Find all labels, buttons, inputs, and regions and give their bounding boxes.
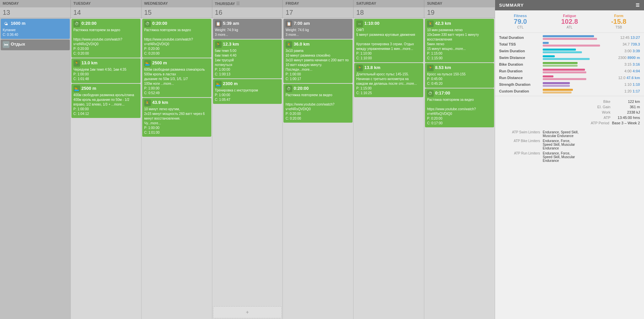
- day-headers: MONDAY TUESDAY WEDNESDAY THURSDAY ☰ FRID…: [0, 0, 495, 7]
- summary-values: 3:15 3:16: [613, 62, 640, 66]
- fitness-sub: CTL: [499, 25, 542, 29]
- limiter-value: Endurance, Force,Speed Skill, MuscularEn…: [543, 151, 575, 163]
- bike-icon2: 🚴: [285, 41, 292, 48]
- saturday-strength-card[interactable]: ↔ 1:10:00 ОФП5 минут разминка круговые д…: [354, 19, 423, 62]
- monday-rest-card[interactable]: 🛏 Отдых: [1, 40, 70, 50]
- stat-label: El. Gain: [597, 105, 610, 109]
- stretch-icon: ⏱: [73, 20, 80, 27]
- day-col-tuesday: ⏱ 0:20:00 Растяжка повторяем за видеоhtt…: [71, 18, 142, 319]
- date-sunday: 19: [424, 7, 495, 18]
- stretch-icon3: ⏱: [285, 85, 292, 92]
- weather-icon: 🌤: [3, 20, 9, 27]
- summary-row-7: Strength Duration 1:10 1:10: [495, 81, 644, 88]
- swim-icon3: 🏊: [215, 81, 222, 87]
- stat-value: 2338 kJ: [613, 110, 640, 114]
- stat-value: Base 3 – Week 2: [612, 121, 640, 125]
- stat-label: ATP: [603, 116, 610, 120]
- summary-limiters: ATP Swim Limiters Endurance, Speed Skill…: [495, 128, 644, 165]
- limiter-label: ATP Run Limiters: [499, 151, 543, 163]
- saturday-run-card[interactable]: 🏃 13.8 km Длительный кросс пульс 145-155…: [354, 63, 423, 97]
- header-saturday: SATURDAY: [354, 0, 424, 7]
- sunday-run-card[interactable]: 🏃 8.53 km Кросс на пульсе 150-155P: 0:45…: [425, 63, 494, 88]
- summary-values: 12:45 13:27: [613, 36, 640, 40]
- summary-values: 12.0 47.6 km: [613, 76, 640, 80]
- thursday-note-card[interactable]: 📋 5:39 am Weight: 74.9 kg3 more...: [213, 19, 282, 39]
- limiter-label: ATP Swim Limiters: [499, 130, 543, 138]
- form-value: -15.8: [597, 18, 640, 25]
- stat-value: 122 km: [613, 100, 640, 104]
- note-icon2: 📋: [285, 20, 292, 27]
- rest-icon: 🛏: [3, 41, 9, 48]
- friday-stretch-card[interactable]: ⏱ 0:20:00 Растяжка повторяем за видеоhtt…: [283, 84, 353, 123]
- date-saturday: 18: [354, 7, 424, 18]
- form-label: Form: [597, 14, 640, 18]
- summary-row-label: Run Distance: [499, 76, 543, 80]
- bar2: [543, 78, 586, 80]
- summary-header: SUMMARY ☰: [495, 0, 644, 10]
- summary-metrics: Fitness 79.0 CTL Fatigue 102.8 ATL Form …: [495, 10, 644, 33]
- summary-values: 4:00 4:04: [613, 69, 640, 73]
- run-icon2: 🏃: [215, 41, 222, 48]
- summary-panel: SUMMARY ☰ Fitness 79.0 CTL Fatigue 102.8…: [495, 0, 644, 319]
- summary-bar-area: [543, 35, 613, 40]
- summary-row-1: Total TSS 34.7 739.3: [495, 41, 644, 48]
- day-col-thursday: 📋 5:39 am Weight: 74.9 kg3 more... 🏃 12.…: [212, 18, 283, 319]
- summary-row-3: Swim Distance 2300 8900 m: [495, 54, 644, 61]
- summary-row-6: Run Distance 12.0 47.6 km: [495, 74, 644, 81]
- bike-icon3: 🚴: [427, 20, 434, 27]
- day-col-sunday: 🚴 42.3 km 10 мин разминка легко10x1мин 3…: [424, 18, 495, 319]
- summary-bar-area: [543, 55, 613, 60]
- wednesday-stretch-card[interactable]: ⏱ 0:20:00 Растяжка повторяем за видеоhtt…: [142, 19, 211, 58]
- summary-bar-area: [543, 42, 613, 47]
- calendar-wrapper: MONDAY TUESDAY WEDNESDAY THURSDAY ☰ FRID…: [0, 0, 644, 319]
- stat-row-3: ATP 13:45:00 hms: [499, 115, 640, 120]
- summary-row-label: Total Duration: [499, 36, 543, 40]
- day-col-saturday: ↔ 1:10:00 ОФП5 минут разминка круговые д…: [354, 18, 424, 319]
- bar1: [543, 35, 594, 37]
- summary-row-label: Custom Duration: [499, 89, 543, 93]
- header-thursday: THURSDAY ☰: [212, 0, 283, 7]
- thursday-swim-card[interactable]: 🏊 2300 m Тренировка с инструкторомP: 1:0…: [213, 79, 282, 104]
- run-icon4: 🏃: [427, 65, 434, 71]
- tuesday-swim-card[interactable]: 🏊 2500 m 400м свободная разминка кроль/с…: [71, 84, 141, 118]
- calendar-grid: MONDAY TUESDAY WEDNESDAY THURSDAY ☰ FRID…: [0, 0, 495, 319]
- col-menu-icon[interactable]: ☰: [236, 1, 240, 6]
- thursday-add-btn[interactable]: +: [213, 306, 282, 318]
- summary-row-5: Run Duration 4:00 4:04: [495, 68, 644, 74]
- sunday-bike-card[interactable]: 🚴 42.3 km 10 мин разминка легко10x1мин 3…: [425, 19, 494, 62]
- fitness-metric: Fitness 79.0 CTL: [499, 14, 542, 29]
- summary-values: 3:00 3:39: [613, 49, 640, 53]
- summary-row-8: Custom Duration 1:20 1:17: [495, 88, 644, 94]
- summary-row-label: Swim Distance: [499, 56, 543, 60]
- stat-row-1: El. Gain 361 m: [499, 104, 640, 110]
- bike-icon: 🚴: [144, 100, 151, 106]
- thursday-run-card[interactable]: 🏃 12.3 km 5км темп 5:006км темп 4:401км …: [213, 40, 282, 78]
- tuesday-run-card[interactable]: 🏃 13.0 km Чередуем 1км темп 4:50, 1км 4:…: [71, 58, 141, 83]
- bar1: [543, 82, 570, 84]
- summary-values: 34.7 739.3: [613, 42, 640, 46]
- tuesday-stretch-card[interactable]: ⏱ 0:20:00 Растяжка повторяем за видеоhtt…: [71, 19, 141, 58]
- wednesday-swim-card[interactable]: 🏊 2500 m 600м свободная разминка спина/к…: [142, 58, 211, 97]
- date-wednesday: 15: [142, 7, 212, 18]
- summary-row-label: Run Duration: [499, 69, 543, 73]
- summary-row-label: Swim Duration: [499, 49, 543, 53]
- monday-swim-card[interactable]: 🌤 1600 m КупаниеС: 0:36:40: [1, 19, 70, 39]
- summary-values: 1:20 1:17: [613, 89, 640, 93]
- wednesday-bike-card[interactable]: 🚴 43.9 km 10 минут легко крутим,2x15 мин…: [142, 98, 211, 137]
- friday-note-card[interactable]: 📋 7:00 am Weight: 74.6 kg3 more...: [283, 19, 353, 39]
- sunday-stretch-card[interactable]: ⏱ 0:17:00 Растяжка повторяем за видеоhtt…: [425, 88, 494, 127]
- friday-bike-card[interactable]: 🚴 36.0 km 3x10 рампа10 минут разминка сп…: [283, 40, 353, 83]
- stat-value: 361 m: [613, 105, 640, 109]
- run-icon: 🏃: [73, 60, 80, 67]
- summary-menu-icon[interactable]: ☰: [636, 3, 640, 8]
- limiter-value: Endurance, Force,Speed Skill, MuscularEn…: [543, 139, 575, 150]
- limiter-value: Endurance, Speed Skill,Muscular Enduranc…: [543, 130, 579, 138]
- run-icon3: 🏃: [356, 65, 363, 71]
- summary-bar-area: [543, 69, 613, 73]
- limiter-row-1: ATP Bike Limiters Endurance, Force,Speed…: [499, 138, 640, 151]
- stat-label: ATP Period: [591, 121, 609, 125]
- bar2: [543, 45, 600, 47]
- bar1: [543, 62, 578, 64]
- date-tuesday: 14: [71, 7, 142, 18]
- summary-row-label: Bike Duration: [499, 62, 543, 66]
